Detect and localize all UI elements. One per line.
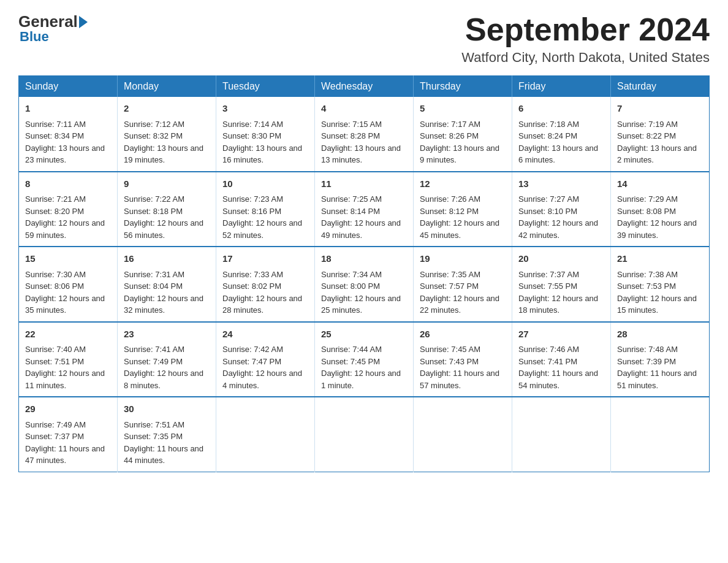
calendar-header-row: Sunday Monday Tuesday Wednesday Thursday… [19, 76, 710, 98]
day-number: 30 [124, 402, 210, 416]
calendar-week-row: 29Sunrise: 7:49 AMSunset: 7:37 PMDayligh… [19, 397, 710, 472]
title-area: September 2024 Watford City, North Dakot… [461, 12, 710, 66]
table-row: 10Sunrise: 7:23 AMSunset: 8:16 PMDayligh… [216, 172, 315, 247]
table-row: 21Sunrise: 7:38 AMSunset: 7:53 PMDayligh… [611, 247, 710, 322]
page-header: General Blue September 2024 Watford City… [18, 12, 710, 66]
day-number: 16 [124, 252, 210, 266]
table-row: 12Sunrise: 7:26 AMSunset: 8:12 PMDayligh… [414, 172, 512, 247]
col-friday: Friday [512, 76, 611, 98]
table-row: 23Sunrise: 7:41 AMSunset: 7:49 PMDayligh… [118, 322, 216, 397]
table-row: 25Sunrise: 7:44 AMSunset: 7:45 PMDayligh… [315, 322, 414, 397]
month-year-title: September 2024 [461, 12, 710, 47]
table-row: 16Sunrise: 7:31 AMSunset: 8:04 PMDayligh… [118, 247, 216, 322]
table-row: 26Sunrise: 7:45 AMSunset: 7:43 PMDayligh… [414, 322, 512, 397]
table-row: 4Sunrise: 7:15 AMSunset: 8:28 PMDaylight… [315, 97, 414, 172]
location-title: Watford City, North Dakota, United State… [461, 50, 710, 66]
col-wednesday: Wednesday [315, 76, 414, 98]
calendar-week-row: 15Sunrise: 7:30 AMSunset: 8:06 PMDayligh… [19, 247, 710, 322]
calendar-week-row: 1Sunrise: 7:11 AMSunset: 8:34 PMDaylight… [19, 97, 710, 172]
logo-arrow-icon [79, 16, 88, 28]
table-row: 19Sunrise: 7:35 AMSunset: 7:57 PMDayligh… [414, 247, 512, 322]
table-row: 15Sunrise: 7:30 AMSunset: 8:06 PMDayligh… [19, 247, 118, 322]
logo-blue-text: Blue [20, 29, 49, 45]
calendar-table: Sunday Monday Tuesday Wednesday Thursday… [18, 75, 710, 472]
day-number: 4 [321, 102, 407, 116]
day-number: 7 [617, 102, 703, 116]
day-number: 10 [222, 177, 308, 191]
table-row: 9Sunrise: 7:22 AMSunset: 8:18 PMDaylight… [118, 172, 216, 247]
day-number: 5 [420, 102, 506, 116]
col-tuesday: Tuesday [216, 76, 315, 98]
table-row: 30Sunrise: 7:51 AMSunset: 7:35 PMDayligh… [118, 397, 216, 472]
table-row: 13Sunrise: 7:27 AMSunset: 8:10 PMDayligh… [512, 172, 611, 247]
table-row: 14Sunrise: 7:29 AMSunset: 8:08 PMDayligh… [611, 172, 710, 247]
table-row [414, 397, 512, 472]
table-row: 18Sunrise: 7:34 AMSunset: 8:00 PMDayligh… [315, 247, 414, 322]
day-number: 2 [124, 102, 210, 116]
table-row: 11Sunrise: 7:25 AMSunset: 8:14 PMDayligh… [315, 172, 414, 247]
day-number: 1 [25, 102, 111, 116]
col-sunday: Sunday [19, 76, 118, 98]
table-row: 2Sunrise: 7:12 AMSunset: 8:32 PMDaylight… [118, 97, 216, 172]
day-number: 14 [617, 177, 703, 191]
col-saturday: Saturday [611, 76, 710, 98]
day-number: 26 [420, 327, 506, 342]
table-row: 8Sunrise: 7:21 AMSunset: 8:20 PMDaylight… [19, 172, 118, 247]
col-monday: Monday [118, 76, 216, 98]
logo: General Blue [18, 12, 88, 45]
table-row: 7Sunrise: 7:19 AMSunset: 8:22 PMDaylight… [611, 97, 710, 172]
day-number: 13 [518, 177, 604, 191]
table-row: 27Sunrise: 7:46 AMSunset: 7:41 PMDayligh… [512, 322, 611, 397]
day-number: 19 [420, 252, 506, 266]
calendar-week-row: 8Sunrise: 7:21 AMSunset: 8:20 PMDaylight… [19, 172, 710, 247]
day-number: 8 [25, 177, 111, 191]
table-row [512, 397, 611, 472]
day-number: 27 [518, 327, 604, 342]
day-number: 23 [124, 327, 210, 342]
day-number: 22 [25, 327, 111, 342]
table-row [216, 397, 315, 472]
table-row: 28Sunrise: 7:48 AMSunset: 7:39 PMDayligh… [611, 322, 710, 397]
table-row: 3Sunrise: 7:14 AMSunset: 8:30 PMDaylight… [216, 97, 315, 172]
day-number: 3 [222, 102, 308, 116]
table-row: 20Sunrise: 7:37 AMSunset: 7:55 PMDayligh… [512, 247, 611, 322]
table-row: 17Sunrise: 7:33 AMSunset: 8:02 PMDayligh… [216, 247, 315, 322]
day-number: 20 [518, 252, 604, 266]
table-row: 6Sunrise: 7:18 AMSunset: 8:24 PMDaylight… [512, 97, 611, 172]
table-row: 22Sunrise: 7:40 AMSunset: 7:51 PMDayligh… [19, 322, 118, 397]
day-number: 18 [321, 252, 407, 266]
table-row [315, 397, 414, 472]
col-thursday: Thursday [414, 76, 512, 98]
table-row: 1Sunrise: 7:11 AMSunset: 8:34 PMDaylight… [19, 97, 118, 172]
day-number: 29 [25, 402, 111, 416]
day-number: 6 [518, 102, 604, 116]
table-row: 29Sunrise: 7:49 AMSunset: 7:37 PMDayligh… [19, 397, 118, 472]
day-number: 15 [25, 252, 111, 266]
day-number: 21 [617, 252, 703, 266]
day-number: 25 [321, 327, 407, 342]
day-number: 28 [617, 327, 703, 342]
day-number: 11 [321, 177, 407, 191]
table-row: 5Sunrise: 7:17 AMSunset: 8:26 PMDaylight… [414, 97, 512, 172]
table-row: 24Sunrise: 7:42 AMSunset: 7:47 PMDayligh… [216, 322, 315, 397]
day-number: 24 [222, 327, 308, 342]
day-number: 12 [420, 177, 506, 191]
day-number: 9 [124, 177, 210, 191]
calendar-week-row: 22Sunrise: 7:40 AMSunset: 7:51 PMDayligh… [19, 322, 710, 397]
day-number: 17 [222, 252, 308, 266]
table-row [611, 397, 710, 472]
